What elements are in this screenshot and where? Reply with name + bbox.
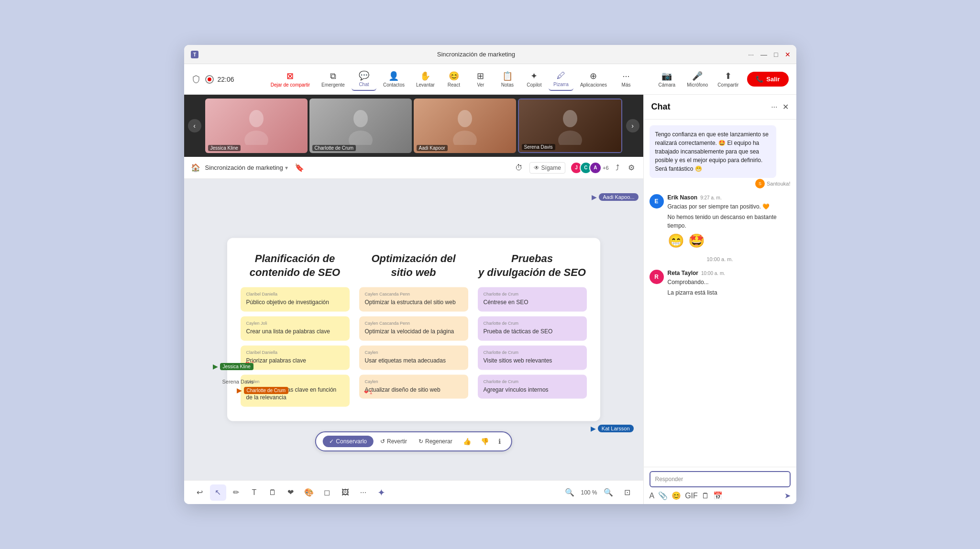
reta-avatar: R [650,270,664,284]
chat-title: Chat [651,102,771,112]
fit-to-screen-btn[interactable]: ⊡ [619,484,636,501]
clock-icon[interactable]: ⏱ [513,162,525,174]
card-2-4-tag: Caylen [365,379,462,384]
zoom-controls: 🔍 100 % 🔍 ⊡ [562,484,635,501]
ver-btn[interactable]: ⊞ Ver [468,68,493,90]
emergente-btn[interactable]: ⧉ Emergente [317,68,350,90]
ai-save-btn[interactable]: ✓ Conservarlo [322,436,374,447]
svg-point-2 [249,110,264,127]
erik-msg-content: Erik Nason 9:27 a. m. Gracias por ser si… [668,194,791,249]
chat-reply-input[interactable]: Responder [650,471,791,487]
cursor-arrow-aadi: ▶ [592,193,597,201]
video-thumb-aadi: Aadi Kapoor [414,99,516,153]
ai-thumb-up-btn[interactable]: 👍 [459,435,475,448]
card-2-1-tag: Caylen Cascanda Penn [365,292,462,297]
ver-label: Ver [477,82,484,88]
whiteboard-canvas[interactable]: Planificación decontenido de SEO Claribe… [184,179,643,480]
reta-sender: Reta Taylor [668,270,698,276]
aplicaciones-btn[interactable]: ⊕ Aplicaciones [575,68,612,90]
text-btn[interactable]: T [246,484,263,501]
color-btn[interactable]: 🎨 [301,484,317,501]
zoom-out-btn[interactable]: 🔍 [562,484,578,501]
contactos-btn[interactable]: 👤 Contactos [378,68,409,90]
send-btn[interactable]: ➤ [784,491,791,500]
copilot-btn[interactable]: ✦ Copilot [522,68,547,90]
copilot-label: Copilot [527,82,541,88]
chat-more-icon[interactable]: ··· [771,103,777,111]
schedule-icon[interactable]: 📅 [713,491,723,500]
share-icon[interactable]: ⤴ [614,162,621,174]
bottom-toolbar: ↩ ↖ ✏ T 🗒 ❤ 🎨 ◻ 🖼 ··· ✦ 🔍 100 % 🔍 ⊡ [184,480,643,504]
chat-close-icon[interactable]: ✕ [782,102,789,111]
pizarra-label: Pizarra [553,82,569,87]
zoom-in-btn[interactable]: 🔍 [600,484,617,501]
video-next-btn[interactable]: › [626,119,639,132]
ai-toolbar: ✓ Conservarlo ↺ Revertir ↻ Regenerar 👍 👎… [315,431,512,451]
format-text-icon[interactable]: A [650,492,655,500]
video-prev-btn[interactable]: ‹ [188,119,201,132]
window-title: Sincronización de marketing [204,51,749,58]
sigame-btn[interactable]: 👁 Sígame [529,162,565,174]
attach-icon[interactable]: 📎 [658,491,668,500]
close-icon[interactable]: ✕ [785,51,791,58]
maximize-icon[interactable]: □ [774,51,778,58]
undo-btn[interactable]: ↩ [192,484,208,501]
microfono-btn[interactable]: 🎤 Micrófono [686,71,709,88]
bookmark-icon[interactable]: 🔖 [293,161,306,174]
shield-icon [192,75,201,84]
chat-msg-santouka: Tengo confianza en que este lanzamiento … [650,125,791,188]
ai-revert-btn[interactable]: ↺ Revertir [375,436,412,447]
avatar-count: +6 [603,165,609,171]
copilot-wb-btn[interactable]: ✦ [374,484,390,501]
copilot-icon: ✦ [530,71,538,81]
title-bar: T Sincronización de marketing ··· — □ ✕ [184,45,796,64]
ai-thumb-down-btn[interactable]: 👎 [477,435,493,448]
toolbar-right: 📷 Cámara 🎤 Micrófono ⬆ Compartir 📞 Salir [655,71,788,88]
erik-time: 9:27 a. m. [700,195,721,200]
minimize-icon[interactable]: — [760,51,767,58]
sticker-icon[interactable]: 🗒 [702,492,709,500]
home-icon[interactable]: 🏠 [191,163,200,172]
pen-btn[interactable]: ✏ [228,484,244,501]
chat-footer-icons: A 📎 😊 GIF 🗒 📅 ➤ [650,491,791,500]
sigame-label: Sígame [541,165,561,171]
svg-point-4 [353,110,368,127]
image-btn[interactable]: 🖼 [337,484,353,501]
stop-share-btn[interactable]: ⊠ Dejar de compartir [266,68,315,90]
card-2-3-tag: Caylen [365,350,462,355]
erik-sender: Erik Nason [668,194,698,201]
mas-btn[interactable]: ··· Más [614,68,639,90]
levantar-btn[interactable]: ✋ Levantar [411,68,440,90]
cursor-serena: Serena Davis [222,379,254,384]
column-1-title: Planificación decontenido de SEO [241,252,350,279]
pizarra-btn[interactable]: 🖊 Pizarra [549,68,573,91]
heart-btn[interactable]: ❤ [283,484,299,501]
cursor-text-serena: Serena Davis [222,379,254,384]
select-btn[interactable]: ↖ [210,484,226,501]
ai-info-btn[interactable]: ℹ [495,435,505,448]
more-options-icon[interactable]: ··· [748,51,754,58]
more-tools-btn[interactable]: ··· [355,484,372,501]
card-3-4-tag: Charlotte de Crum [484,379,581,384]
chat-btn[interactable]: 💬 Chat [352,67,376,91]
react-btn[interactable]: 😊 React [441,68,466,90]
window-controls: ··· — □ ✕ [748,51,790,58]
column-web-optimization: Optimización delsitio web Caylen Cascand… [359,252,468,406]
emoji-icon[interactable]: 😊 [672,491,681,500]
gif-icon[interactable]: GIF [685,492,698,500]
shape-btn[interactable]: ◻ [319,484,335,501]
react-label: React [448,82,460,88]
card-1-2-text: Crear una lista de palabras clave [246,328,344,336]
ai-save-label: Conservarlo [336,438,367,445]
settings-icon[interactable]: ⚙ [626,161,637,174]
camara-btn[interactable]: 📷 Cámara [655,71,678,88]
sticky-note-btn[interactable]: 🗒 [264,484,281,501]
ai-regenerate-btn[interactable]: ↻ Regenerar [414,436,457,447]
compartir-btn[interactable]: ⬆ Compartir [716,71,739,88]
notas-btn[interactable]: 📋 Notas [495,68,520,90]
column-2-cards: Caylen Cascanda Penn Optimizar la estruc… [359,287,468,399]
card-1-2: Caylen Joli Crear una lista de palabras … [241,316,350,340]
leave-meeting-btn[interactable]: 📞 Salir [747,72,788,87]
svg-point-5 [349,131,373,145]
camara-label: Cámara [659,82,676,88]
